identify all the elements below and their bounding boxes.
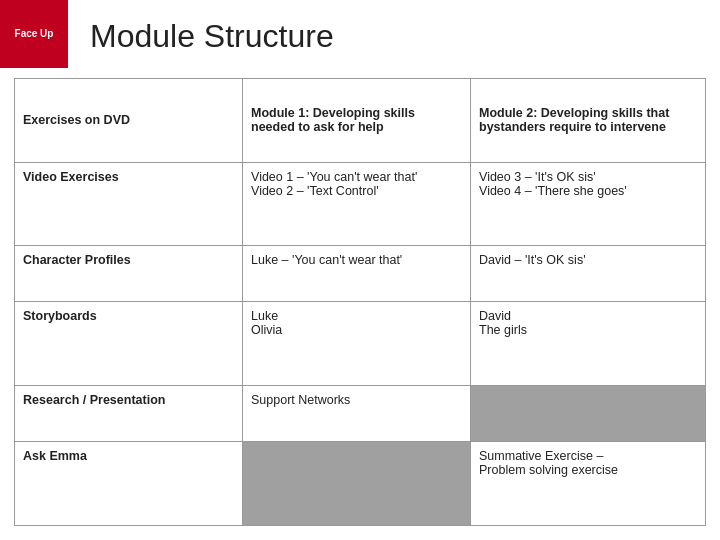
header-row: Exercises on DVD Module 1: Developing sk… xyxy=(15,79,706,163)
table-row: Research / PresentationSupport Networks xyxy=(15,386,706,442)
table-wrapper: Exercises on DVD Module 1: Developing sk… xyxy=(14,78,706,526)
row-col3: DavidThe girls xyxy=(471,302,706,386)
table-row: Video ExercisesVideo 1 – 'You can't wear… xyxy=(15,162,706,246)
row-col2: Luke – 'You can't wear that' xyxy=(243,246,471,302)
header-col2: Module 1: Developing skills needed to as… xyxy=(243,79,471,163)
row-col2: LukeOlivia xyxy=(243,302,471,386)
row-col1: Video Exercises xyxy=(15,162,243,246)
row-col1: Character Profiles xyxy=(15,246,243,302)
row-col1: Storyboards xyxy=(15,302,243,386)
row-col3 xyxy=(471,386,706,442)
logo-text: Face Up xyxy=(15,28,54,40)
logo-box: Face Up xyxy=(0,0,68,68)
row-col2 xyxy=(243,442,471,526)
table-row: StoryboardsLukeOliviaDavidThe girls xyxy=(15,302,706,386)
page-title: Module Structure xyxy=(90,18,334,55)
row-col3: Summative Exercise –Problem solving exer… xyxy=(471,442,706,526)
row-col3: Video 3 – 'It's OK sis'Video 4 – 'There … xyxy=(471,162,706,246)
row-col1: Ask Emma xyxy=(15,442,243,526)
table-row: Character ProfilesLuke – 'You can't wear… xyxy=(15,246,706,302)
page: Face Up Module Structure Exercises on DV… xyxy=(0,0,720,540)
row-col2: Video 1 – 'You can't wear that'Video 2 –… xyxy=(243,162,471,246)
row-col3: David – 'It's OK sis' xyxy=(471,246,706,302)
row-col1: Research / Presentation xyxy=(15,386,243,442)
main-table: Exercises on DVD Module 1: Developing sk… xyxy=(14,78,706,526)
row-col2: Support Networks xyxy=(243,386,471,442)
header-col3: Module 2: Developing skills that bystand… xyxy=(471,79,706,163)
header-col1: Exercises on DVD xyxy=(15,79,243,163)
table-row: Ask EmmaSummative Exercise –Problem solv… xyxy=(15,442,706,526)
